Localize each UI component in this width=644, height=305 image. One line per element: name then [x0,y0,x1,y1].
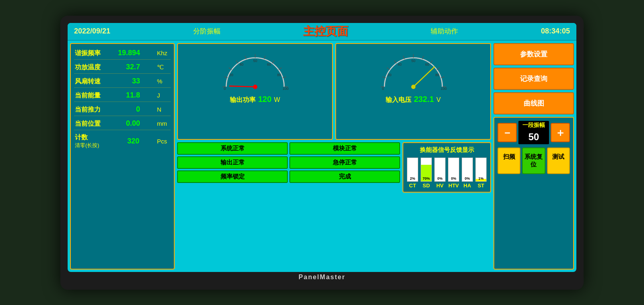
metric-label-1: 功放温度 [75,63,101,72]
gauges-row: 0 20 40 50 60 80 100 [177,43,491,140]
status-btn-0: 系统正常 [177,142,288,155]
metric-value-1: 32.7 [116,63,140,71]
center-panel: 0 20 40 50 60 80 100 [177,43,491,270]
svg-point-19 [253,85,257,89]
signal-title: 换能器信号反馈显示 [407,146,487,154]
svg-line-27 [430,60,432,63]
gauge-box-left: 0 20 40 50 60 80 100 [177,43,333,140]
svg-line-28 [437,67,440,69]
svg-line-2 [229,67,231,69]
bar-hv: 0% [434,158,446,182]
metric-label-0: 谐振频率 [75,49,101,58]
svg-line-8 [279,67,281,69]
header: 2022/09/21 分阶振幅 主控页面 辅助动作 08:34:05 [68,23,576,41]
header-time: 08:34:05 [541,27,570,35]
sweep-freq-button[interactable]: 扫频 [497,147,520,174]
metric-row-5: 当前位置 0.00 mm [74,118,171,130]
metric-unit-0: Khz [157,50,170,56]
header-aux: 辅助动作 [431,27,458,36]
metric-label-2: 风扇转速 [75,77,101,86]
center-bottom: 系统正常 输出正常 频率锁定 模块正常 急停正常 完成 [177,142,491,193]
brand-label: PanelMaster [299,272,345,282]
gauge-left-label: 输出功率 [230,96,256,104]
status-btn-4: 急停正常 [289,156,400,169]
status-btn-1: 输出正常 [177,156,288,169]
header-title: 主控页面 [303,24,348,39]
metric-value-3: 11.8 [116,91,140,100]
status-area: 系统正常 输出正常 频率锁定 模块正常 急停正常 完成 [177,142,400,193]
bar-htv: 0% [448,158,459,182]
svg-text:80: 80 [435,73,439,77]
main-content: 谐振频率 19.894 Khz 功放温度 32.7 ℃ 风扇转速 33 % 当前… [68,41,576,272]
status-btn-3: 模块正常 [289,142,400,155]
metric-unit-5: mm [157,120,170,127]
status-btn-5: 完成 [289,170,400,183]
svg-text:100: 100 [283,86,289,90]
device-frame: 2022/09/21 分阶振幅 主控页面 辅助动作 08:34:05 谐振频率 … [60,16,584,290]
gauge-svg-right: 0 20 40 50 60 80 100 [377,46,450,95]
metric-unit-2: % [157,78,170,85]
metric-row-2: 风扇转速 33 % [74,75,171,88]
svg-line-38 [413,67,434,87]
svg-text:20: 20 [229,73,233,77]
left-panel: 谐振频率 19.894 Khz 功放温度 32.7 ℃ 风扇转速 33 % 当前… [70,43,175,270]
signal-bar-hv: 0% HV [434,158,446,189]
curve-chart-button[interactable]: 曲线图 [493,92,574,114]
amplitude-minus-button[interactable]: － [497,123,517,142]
amplitude-title: 一段振幅 [518,121,549,130]
bar-ha: 0% [462,158,473,182]
svg-line-9 [283,77,286,78]
svg-line-6 [264,56,265,59]
bar-pct-sd: 70% [421,176,431,181]
signal-bar-htv: 0% HTV [448,158,459,189]
bar-pct-htv: 0% [448,176,459,181]
counter-value: 320 [115,137,139,145]
amplitude-value: 50 [518,130,549,144]
svg-line-22 [387,67,390,69]
svg-text:100: 100 [441,86,447,90]
metric-row-3: 当前能量 11.8 J [74,89,171,102]
signal-bar-ha: 0% HA [462,158,473,189]
amplitude-display: 一段振幅 50 [518,121,549,144]
signal-panel: 换能器信号反馈显示 2% CT [402,142,491,193]
svg-line-3 [236,60,238,63]
metric-unit-3: J [157,92,170,99]
counter-row[interactable]: 计数 清零(长按) 320 Pcs [74,132,171,151]
gauge-right-value: 232.1 [414,95,434,104]
gauge-svg-left: 0 20 40 50 60 80 100 [219,46,291,95]
record-query-button[interactable]: 记录查询 [493,68,574,90]
param-settings-button[interactable]: 参数设置 [493,43,574,65]
bar-ct: 2% [407,158,418,182]
control-area: － 一段振幅 50 ＋ 扫频 系统复位 测试 [493,117,574,270]
bar-pct-ha: 0% [462,176,473,181]
metric-value-4: 0 [116,105,140,114]
gauge-right-unit: V [436,96,441,104]
signal-bar-sd: 70% SD [421,158,432,189]
metric-row-1: 功放温度 32.7 ℃ [74,61,171,74]
gauge-box-right: 0 20 40 50 60 80 100 输入电压 [335,43,491,140]
svg-line-4 [245,56,246,59]
test-button[interactable]: 测试 [547,147,570,174]
svg-text:0: 0 [223,86,225,90]
counter-label-main: 计数 [75,133,99,142]
screen: 2022/09/21 分阶振幅 主控页面 辅助动作 08:34:05 谐振频率 … [68,23,576,272]
svg-text:50: 50 [253,59,257,63]
svg-line-23 [394,60,396,63]
counter-labels: 计数 清零(长按) [75,133,99,149]
metric-value-2: 33 [116,77,140,85]
svg-text:40: 40 [397,62,401,66]
svg-text:60: 60 [425,62,429,66]
svg-text:20: 20 [387,73,391,77]
svg-point-39 [411,85,415,89]
amplitude-plus-button[interactable]: ＋ [551,123,570,142]
metric-unit-4: N [157,106,170,113]
amplitude-row: － 一段振幅 50 ＋ [497,121,570,144]
counter-label-sub: 清零(长按) [75,142,99,149]
metric-label-4: 当前推力 [75,106,101,114]
svg-text:0: 0 [382,86,384,90]
metric-value-0: 19.894 [116,49,140,57]
system-reset-button[interactable]: 系统复位 [522,147,545,174]
metric-value-5: 0.00 [116,119,140,128]
metric-label-3: 当前能量 [75,91,101,100]
bar-pct-st: 1% [476,176,486,181]
